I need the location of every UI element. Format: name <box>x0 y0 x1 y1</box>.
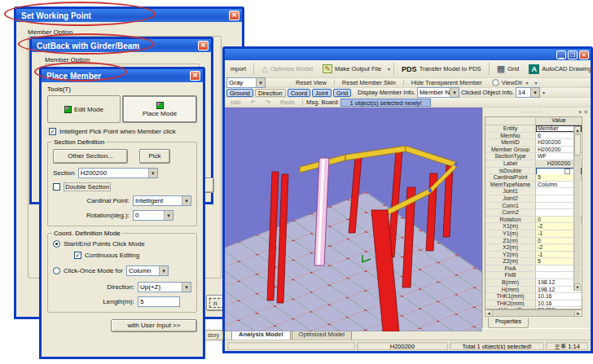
reset-member-skin-button[interactable]: Reset Member Skin <box>338 77 400 88</box>
make-output-file-button[interactable]: ✎ Make Output File <box>318 63 385 75</box>
reset-view-button[interactable]: Reset View <box>292 77 331 88</box>
property-row[interactable]: X2(m)-2 <box>485 244 582 252</box>
rotation-combo[interactable]: 0 ▾ <box>133 210 174 221</box>
close-icon[interactable]: ✕ <box>198 41 209 50</box>
display-member-info-combo[interactable]: Member No. ▾ <box>417 87 459 98</box>
edit-mode-button[interactable]: Edit Mode <box>47 95 121 123</box>
property-row[interactable]: THK2(mm)10.16 <box>485 300 582 308</box>
3d-viewport-scene[interactable] <box>225 107 482 331</box>
property-row[interactable]: Member GroupH200200 <box>485 147 582 154</box>
close-icon[interactable]: ✕ <box>190 71 200 81</box>
with-user-input-button[interactable]: with User Input >> <box>111 319 197 332</box>
property-row[interactable]: MemNo6 <box>485 133 582 140</box>
property-value[interactable]: 32.258 <box>536 307 582 309</box>
place-member-titlebar[interactable]: Place Member ✕ <box>42 69 203 82</box>
set-working-point-title: Set Working Point <box>21 11 91 20</box>
joint-marker <box>428 189 432 192</box>
property-row[interactable]: isDouble <box>485 168 582 175</box>
close-icon[interactable]: ✕ <box>229 11 239 20</box>
gripper-icon[interactable]: ········ <box>485 109 579 115</box>
autocad-drawing-button[interactable]: A AutoCAD Drawing <box>525 63 593 76</box>
restore-icon[interactable]: ❐ <box>568 50 578 59</box>
property-row[interactable]: Joint2 <box>485 195 582 203</box>
scroll-down-icon[interactable]: ▼ <box>574 283 581 291</box>
property-row[interactable]: B(mm)198.12 <box>485 279 582 287</box>
click-once-radio[interactable] <box>53 267 60 274</box>
pick-button[interactable]: Pick <box>139 149 170 164</box>
import-button-partial[interactable]: mport <box>226 64 250 74</box>
close-icon[interactable]: ✕ <box>579 50 589 59</box>
menu-tools[interactable]: Tools(T) <box>47 84 197 94</box>
property-value[interactable]: 10.16 <box>536 300 582 307</box>
scroll-up-icon[interactable]: ▲ <box>574 126 581 134</box>
toggle-joint[interactable]: Joint <box>312 89 332 97</box>
optimize-model-button[interactable]: △ Optimize Model <box>257 63 317 75</box>
section-combo[interactable]: H200200 ▾ <box>78 168 158 178</box>
property-row[interactable]: Y2(m)-1 <box>485 252 582 259</box>
horizontal-scrollbar[interactable]: ◄ ► <box>485 309 582 317</box>
close-icon[interactable]: ✕ <box>583 109 588 116</box>
toggle-grid[interactable]: Grid <box>333 89 351 97</box>
property-row[interactable]: Conn2 <box>485 209 582 217</box>
place-mode-button[interactable]: Place Mode <box>122 95 197 123</box>
double-section-checkbox[interactable] <box>53 183 60 191</box>
toolbar-overflow-icon[interactable]: ▾ <box>535 80 538 86</box>
property-row[interactable]: Conn1 <box>485 203 582 210</box>
main-window-titlebar[interactable]: ▁ ❐ ✕ <box>225 49 591 60</box>
toggle-ground[interactable]: Ground <box>226 89 253 97</box>
grid-button[interactable]: ▦ Grid <box>493 63 524 75</box>
property-row[interactable]: MemIDH200200 <box>485 139 582 147</box>
direction-combo[interactable]: Up(+Z) ▾ <box>138 282 191 292</box>
other-section-button[interactable]: Other Section... <box>53 149 128 164</box>
start-end-points-radio[interactable] <box>53 240 60 248</box>
toolbar-overflow-icon[interactable]: ▾ <box>388 66 390 72</box>
property-row[interactable]: THK1(mm)10.16 <box>485 293 582 300</box>
scrollbar-thumb[interactable] <box>574 134 581 156</box>
clicked-object-info-combo[interactable]: 14 ▾ <box>516 87 540 98</box>
property-row[interactable]: LabelH200200 <box>485 160 582 168</box>
intelligent-pick-checkbox[interactable]: ✓ <box>49 128 56 135</box>
chevron-down-icon[interactable]: ▾ <box>579 109 582 116</box>
redo-icon[interactable]: ↷ <box>261 97 275 107</box>
transfer-model-to-pds-button[interactable]: PDS Transfer Model to PDS <box>398 64 485 75</box>
undo-button-partial[interactable]: ndo <box>226 97 245 107</box>
property-row[interactable]: AX(cm^2)32.258 <box>485 307 582 309</box>
isdouble-checkbox[interactable] <box>564 169 570 174</box>
minimize-icon[interactable]: ▁ <box>556 50 566 59</box>
toolbar-overflow-icon[interactable]: ▾ <box>542 90 545 95</box>
property-row[interactable]: CardinalPoint5▾ <box>485 174 582 182</box>
property-row[interactable]: X1(m)-2 <box>485 223 582 230</box>
property-row[interactable]: FixA <box>485 265 582 273</box>
property-row[interactable]: SectionTypeWF <box>485 153 582 160</box>
property-row[interactable]: EntityMember <box>485 125 582 133</box>
set-working-point-titlebar[interactable]: Set Working Point ✕ <box>16 9 242 22</box>
partial-button[interactable] <box>204 178 214 193</box>
property-row[interactable]: Rotation0▾ <box>485 217 582 224</box>
vertical-scrollbar[interactable]: ▲ ▼ <box>573 126 581 291</box>
property-row[interactable]: Z1(m)0 <box>485 238 582 245</box>
continuous-editing-checkbox[interactable]: ✓ <box>74 252 81 259</box>
property-row[interactable]: Joint1 <box>485 188 582 195</box>
tab-history-partial[interactable]: story <box>204 330 223 340</box>
scroll-left-icon[interactable]: ◄ <box>485 310 493 316</box>
scroll-right-icon[interactable]: ► <box>574 310 582 316</box>
chevron-down-icon: ▾ <box>182 283 191 292</box>
cardinal-point-combo[interactable]: Intelligent ▾ <box>133 195 191 206</box>
property-value[interactable]: 10.16 <box>536 293 582 300</box>
click-once-combo[interactable]: Column ▾ <box>126 265 169 276</box>
property-row[interactable]: FixB <box>485 272 582 279</box>
property-row[interactable]: H(mm)198.12 <box>485 287 582 294</box>
property-row[interactable]: MemTypeNameColumn <box>485 182 582 189</box>
undo-icon[interactable]: ↶ <box>247 97 260 107</box>
length-input[interactable] <box>138 296 180 307</box>
redo-button[interactable]: Redo <box>276 97 299 107</box>
cutback-titlebar[interactable]: CutBack with Girder/Beam ✕ <box>32 39 211 52</box>
3d-viewport[interactable] <box>225 107 482 328</box>
tab-properties[interactable]: Properties <box>488 318 529 328</box>
toolbar-main: mport △ Optimize Model ✎ Make Output Fil… <box>225 60 591 78</box>
property-row[interactable]: Z2(m)5 <box>485 258 582 265</box>
toggle-coord[interactable]: Coord <box>288 89 310 97</box>
property-row[interactable]: Y1(m)-1 <box>485 230 582 238</box>
render-color-combo[interactable]: Gray ▾ <box>226 77 266 88</box>
toggle-direction[interactable]: Direction <box>255 89 286 97</box>
